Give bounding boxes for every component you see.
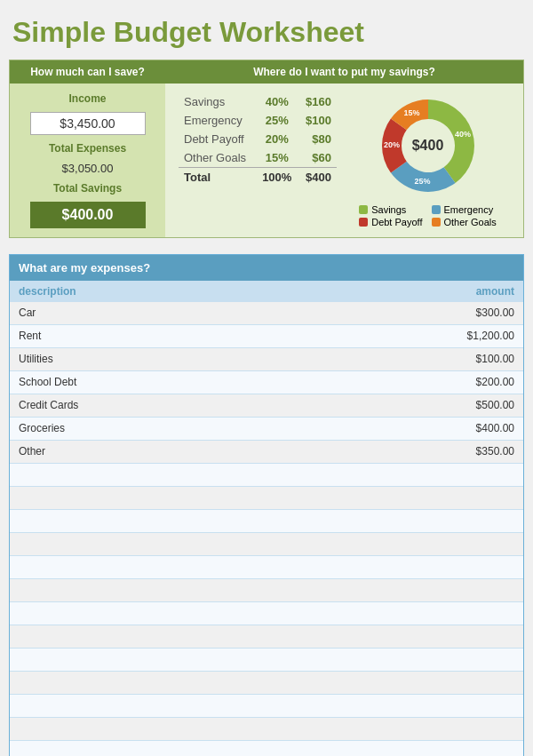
legend-item-savings: Savings: [359, 204, 424, 215]
table-row: Utilities $100.00: [10, 348, 523, 371]
legend-label: Debt Payoff: [371, 217, 422, 227]
table-row-empty: [10, 695, 523, 718]
expense-desc-empty[interactable]: [19, 561, 426, 574]
legend-label: Emergency: [444, 204, 494, 215]
expense-amount-empty[interactable]: [426, 561, 514, 574]
expense-desc-empty[interactable]: [19, 722, 426, 736]
table-row-empty: [10, 625, 523, 649]
table-row-empty: [10, 510, 523, 533]
header-right: Where do I want to put my savings?: [165, 60, 523, 84]
savings-row-pct: 40%: [256, 92, 298, 111]
savings-row-amount: $400: [298, 168, 337, 187]
legend-label: Other Goals: [444, 217, 497, 227]
expense-amount-empty[interactable]: [426, 491, 514, 505]
expense-amount-empty[interactable]: [426, 468, 514, 481]
total-savings-label: Total Savings: [53, 182, 122, 195]
expense-amount-empty[interactable]: [426, 653, 514, 666]
expense-desc-empty[interactable]: [19, 745, 426, 756]
savings-row-amount: $100: [298, 111, 337, 130]
donut-label-emergency: 25%: [414, 177, 430, 186]
expenses-section: What are my expenses? description amount…: [9, 254, 524, 756]
savings-row-amount: $80: [298, 130, 337, 148]
expense-amount-empty[interactable]: [426, 607, 514, 620]
total-expenses-value: $3,050.00: [62, 162, 114, 175]
savings-row-amount: $60: [298, 148, 337, 168]
expense-amount-empty[interactable]: [426, 630, 514, 643]
savings-row-pct: 15%: [256, 148, 298, 168]
table-row-empty: [10, 672, 523, 695]
legend-item-other-goals: Other Goals: [432, 217, 497, 227]
expense-desc-empty[interactable]: [19, 468, 426, 481]
income-label: Income: [68, 92, 106, 105]
expense-desc-empty[interactable]: [19, 514, 426, 528]
expense-amount: $300.00: [426, 306, 514, 320]
expense-desc-empty[interactable]: [19, 699, 426, 712]
expense-desc-empty[interactable]: [19, 653, 426, 666]
savings-row-amount: $160: [298, 92, 337, 111]
expense-desc-empty[interactable]: [19, 676, 426, 689]
expense-amount: $100.00: [426, 353, 514, 366]
expense-desc: Other: [19, 445, 426, 458]
header-left: How much can I save?: [10, 60, 165, 84]
expense-amount-empty[interactable]: [426, 514, 514, 528]
expense-desc: School Debt: [19, 376, 426, 389]
legend-dot: [432, 218, 441, 227]
expense-amount-empty[interactable]: [426, 537, 514, 551]
income-input[interactable]: [30, 112, 146, 135]
expense-amount-empty[interactable]: [426, 676, 514, 689]
chart-area: 40%25%20%15% $400 Savings Emergency Debt…: [346, 92, 510, 228]
donut-label-other-goals: 15%: [403, 108, 419, 117]
expense-amount-empty[interactable]: [426, 584, 514, 597]
savings-row-label: Debt Payoff: [179, 130, 256, 148]
expense-desc: Credit Cards: [19, 399, 426, 412]
table-row: Rent $1,200.00: [10, 325, 523, 348]
expense-desc: Rent: [19, 330, 426, 343]
expense-amount-empty[interactable]: [426, 745, 514, 756]
table-row-empty: [10, 464, 523, 487]
expense-amount-empty[interactable]: [426, 722, 514, 736]
table-row-empty: [10, 579, 523, 602]
savings-row-label: Total: [179, 168, 256, 187]
expense-desc: Car: [19, 306, 426, 320]
right-panel: Savings 40% $160 Emergency 25% $100 Debt…: [165, 84, 523, 237]
table-row-empty: [10, 602, 523, 625]
expense-desc-empty[interactable]: [19, 630, 426, 643]
expense-desc-empty[interactable]: [19, 584, 426, 597]
savings-row-pct: 25%: [256, 111, 298, 130]
table-row-empty: [10, 718, 523, 741]
table-row: Credit Cards $500.00: [10, 394, 523, 418]
top-section: How much can I save? Where do I want to …: [9, 60, 524, 238]
expense-amount-empty[interactable]: [426, 699, 514, 712]
donut-container: 40%25%20%15% $400: [375, 92, 481, 199]
table-row: School Debt $200.00: [10, 371, 523, 394]
expense-desc: Utilities: [19, 353, 426, 366]
legend-item-debt-payoff: Debt Payoff: [359, 217, 424, 227]
expense-amount: $500.00: [426, 399, 514, 412]
expense-amount: $1,200.00: [426, 330, 514, 343]
expense-desc: Groceries: [19, 422, 426, 435]
legend-dot: [432, 205, 441, 214]
donut-label-savings: 40%: [454, 130, 470, 139]
legend-dot: [359, 218, 368, 227]
expense-desc-empty[interactable]: [19, 537, 426, 551]
expense-rows: Car $300.00 Rent $1,200.00 Utilities $10…: [10, 302, 523, 756]
top-header: How much can I save? Where do I want to …: [10, 60, 523, 84]
expense-amount: $200.00: [426, 376, 514, 389]
table-row: Groceries $400.00: [10, 418, 523, 441]
expense-desc-empty[interactable]: [19, 607, 426, 620]
left-panel: Income Total Expenses $3,050.00 Total Sa…: [10, 84, 165, 237]
table-row-empty: [10, 487, 523, 510]
expense-amount: $350.00: [426, 445, 514, 458]
table-row-empty: [10, 556, 523, 579]
savings-table: Savings 40% $160 Emergency 25% $100 Debt…: [179, 92, 337, 228]
table-row-empty: [10, 649, 523, 672]
table-row: Car $300.00: [10, 302, 523, 325]
expense-amount: $400.00: [426, 422, 514, 435]
total-expenses-label: Total Expenses: [49, 142, 126, 155]
table-row: Other $350.00: [10, 441, 523, 464]
col-amount-header: amount: [426, 285, 514, 298]
expense-desc-empty[interactable]: [19, 491, 426, 505]
expenses-header: What are my expenses?: [10, 255, 523, 281]
col-desc-header: description: [19, 285, 426, 298]
page-title: Simple Budget Worksheet: [9, 9, 524, 60]
